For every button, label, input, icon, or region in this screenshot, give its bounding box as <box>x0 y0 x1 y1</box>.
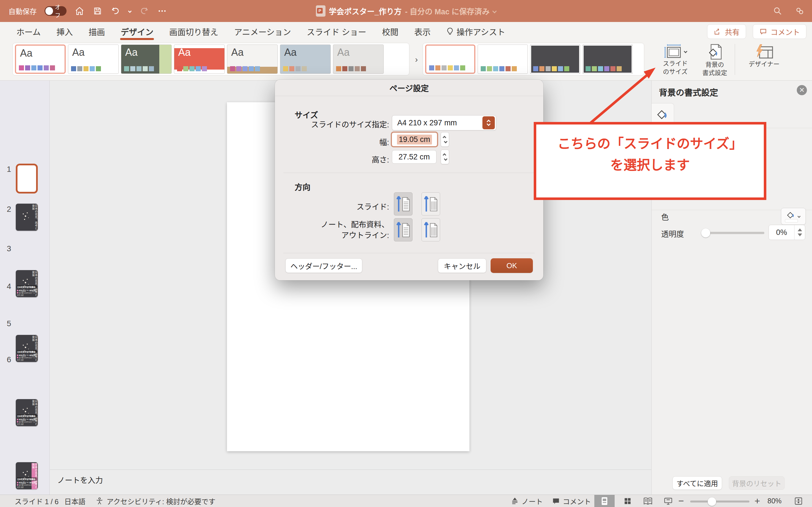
autosave-toggle[interactable]: オフ <box>45 6 66 16</box>
tab-校閲[interactable]: 校閲 <box>374 22 406 41</box>
variant-thumbnail-1[interactable] <box>425 45 475 74</box>
notes-portrait-button[interactable] <box>394 218 412 241</box>
color-chip <box>429 65 434 70</box>
color-chip <box>289 66 294 71</box>
theme-thumbnail-1[interactable]: Aa <box>15 45 66 74</box>
notes-placeholder[interactable]: ノートを入力 <box>57 474 103 485</box>
theme-gallery-next-icon[interactable]: › <box>411 54 422 65</box>
comments-button[interactable]: コメント <box>753 24 806 39</box>
ok-button[interactable]: OK <box>491 258 533 273</box>
comments-toggle[interactable]: コメント <box>552 495 591 507</box>
color-chip <box>448 65 453 70</box>
slide-thumbnail-5[interactable]: 日本の花見、再考と発展日本花見学会学術集会4/1(土) 〜 4/3(月)東京都 … <box>16 399 38 426</box>
slide-size-select[interactable]: A4 210 x 297 mm <box>392 115 496 130</box>
tab-画面切り替え[interactable]: 画面切り替え <box>161 22 226 41</box>
notes-landscape-button[interactable] <box>421 218 440 241</box>
slide-number-2: 2 <box>7 205 11 214</box>
format-background-button[interactable]: 背景の 書式設定 <box>696 41 733 80</box>
slideshow-view-button[interactable] <box>658 495 678 507</box>
annotation-line1: こちらの「スライドのサイズ」 <box>557 133 743 154</box>
color-chip <box>230 66 235 71</box>
reset-background-button[interactable]: 背景のリセット <box>729 476 784 490</box>
page-setup-dialog: ページ設定 サイズ スライドのサイズ指定: A4 210 x 297 mm 幅:… <box>275 80 543 280</box>
portrait-orientation-icon <box>396 194 410 213</box>
fit-to-window-button[interactable] <box>788 495 809 507</box>
color-picker-button[interactable] <box>781 208 806 225</box>
tab-label: デザイン <box>121 25 153 38</box>
theme-thumbnail-6[interactable]: Aa <box>280 45 331 74</box>
width-field[interactable]: 19.05 cm <box>391 131 438 147</box>
variant-thumbnail-4[interactable] <box>582 45 633 74</box>
document-title[interactable]: 学会ポスター_作り方 - 自分の Mac に保存済み <box>316 0 496 22</box>
panel-close-icon[interactable]: ✕ <box>797 85 807 95</box>
transparency-spinner-arrows[interactable] <box>794 225 805 240</box>
tab-操作アシスト[interactable]: 操作アシスト <box>439 22 513 41</box>
slide-orientation-label: スライド: <box>283 201 389 212</box>
tab-デザイン[interactable]: デザイン <box>113 22 161 41</box>
theme-thumbnail-7[interactable]: Aa <box>333 45 384 74</box>
tab-スライド ショー[interactable]: スライド ショー <box>299 22 374 41</box>
height-field[interactable]: 27.52 cm <box>392 150 437 164</box>
reading-view-button[interactable] <box>638 495 658 507</box>
tab-表示[interactable]: 表示 <box>406 22 439 41</box>
cancel-button[interactable]: キャンセル <box>438 258 486 273</box>
slide-landscape-button[interactable] <box>421 192 440 216</box>
zoom-slider[interactable] <box>690 501 749 503</box>
slide-thumbnail-panel: 12日本の花見、再考と発展3日本の花見、再考と発展日本花見学会学術集会4/1(土… <box>0 80 50 495</box>
transparency-slider[interactable] <box>702 232 764 234</box>
settings-icon[interactable] <box>795 6 805 16</box>
tab-アニメーション[interactable]: アニメーション <box>226 22 299 41</box>
home-icon[interactable] <box>74 6 85 16</box>
redo-icon[interactable] <box>139 6 149 16</box>
normal-view-icon <box>601 497 608 505</box>
poster-author: 花見 太郎 <box>17 359 37 361</box>
slide-size-button[interactable]: スライド のサイズ <box>654 41 696 80</box>
format-background-label: 背景の 書式設定 <box>702 61 727 77</box>
normal-view-button[interactable] <box>594 495 615 507</box>
theme-thumbnail-3[interactable]: Aa <box>121 45 172 74</box>
slide-thumbnail-1[interactable] <box>16 164 38 193</box>
save-icon[interactable] <box>93 6 103 16</box>
variant-thumbnail-2[interactable] <box>477 45 528 74</box>
tab-ホーム[interactable]: ホーム <box>8 22 49 41</box>
title-dropdown-icon[interactable] <box>492 9 497 13</box>
header-footer-button[interactable]: ヘッダー/フッター... <box>285 258 362 273</box>
slide-thumbnail-6[interactable]: 日本の花見、再考と発展日本花見学会学術集会4/1(土) 〜 4/3(月)東京都 … <box>16 462 38 489</box>
height-stepper[interactable] <box>441 150 449 164</box>
slide-thumbnail-3[interactable]: 日本の花見、再考と発展日本花見学会学術集会4/1(土) 〜 4/3(月)東京都 … <box>16 270 38 297</box>
zoom-out-button[interactable]: − <box>678 495 684 507</box>
theme-thumbnail-4[interactable]: Aa <box>174 45 225 74</box>
autosave-label: 自動保存 <box>8 6 37 16</box>
notes-toggle[interactable]: ノート <box>511 495 543 507</box>
slide-sorter-view-button[interactable] <box>617 495 638 507</box>
tab-label: 操作アシスト <box>456 25 505 38</box>
slide-thumbnail-4[interactable]: 日本の花見、再考と発展日本花見学会学術集会4/1(土) 〜 4/3(月)東京都 … <box>16 335 38 362</box>
width-stepper[interactable] <box>441 132 449 147</box>
zoom-level[interactable]: 80% <box>767 495 781 507</box>
notes-divider[interactable] <box>50 469 651 470</box>
transparency-spinner[interactable]: 0% <box>769 225 805 240</box>
theme-thumbnail-2[interactable]: Aa <box>68 45 119 74</box>
share-button[interactable]: 共有 <box>707 24 746 39</box>
zoom-slider-thumb[interactable] <box>708 497 716 506</box>
apply-to-all-button[interactable]: すべてに適用 <box>672 476 722 490</box>
undo-icon[interactable] <box>110 6 121 16</box>
theme-thumbnail-5[interactable]: Aa <box>227 45 278 74</box>
slide-thumbnail-2[interactable]: 日本の花見、再考と発展 <box>16 204 38 231</box>
variant-thumbnail-3[interactable] <box>530 45 580 74</box>
designer-button[interactable]: デザイナー <box>740 41 788 80</box>
language-indicator[interactable]: 日本語 <box>64 495 86 507</box>
search-icon[interactable] <box>772 6 783 16</box>
more-commands-icon[interactable] <box>157 6 167 16</box>
color-chip <box>586 66 591 71</box>
accessibility-status[interactable]: アクセシビリティ: 検討が必要です <box>95 495 215 507</box>
tab-描画[interactable]: 描画 <box>81 22 113 41</box>
transparency-slider-thumb[interactable] <box>701 228 710 237</box>
color-chip <box>90 66 95 71</box>
tab-挿入[interactable]: 挿入 <box>49 22 81 41</box>
slide-portrait-button[interactable] <box>394 192 412 216</box>
undo-dropdown-icon[interactable] <box>128 9 132 13</box>
poster-dates: 4/1(土) 〜 4/3(月) <box>17 289 37 292</box>
tab-label: 挿入 <box>56 25 73 38</box>
zoom-in-button[interactable]: + <box>755 495 760 507</box>
